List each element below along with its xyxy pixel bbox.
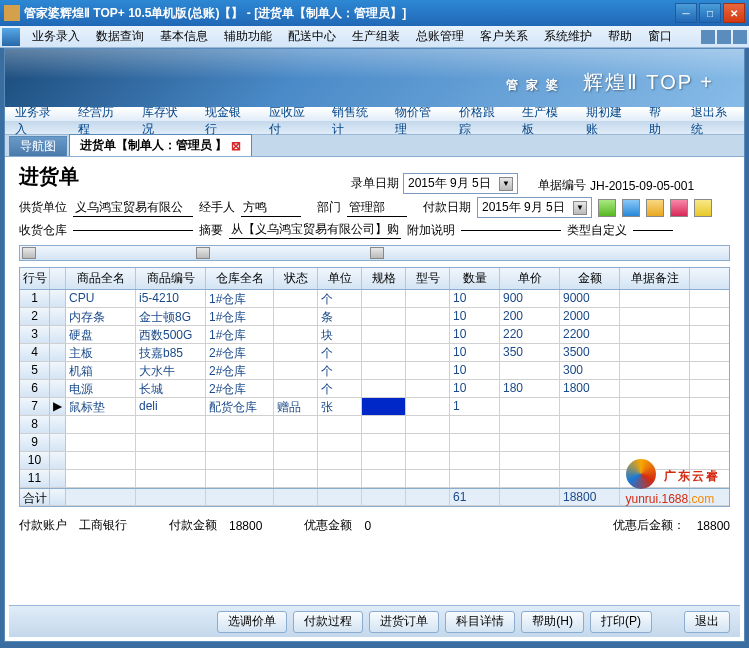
menu-item[interactable]: 客户关系 (472, 26, 536, 47)
table-row[interactable]: 11 (20, 470, 729, 488)
purchase-order-button[interactable]: 进货订单 (369, 611, 439, 633)
dropdown-icon[interactable]: ▼ (573, 201, 587, 215)
menu-item[interactable]: 总账管理 (408, 26, 472, 47)
table-row[interactable]: 8 (20, 416, 729, 434)
col-header[interactable]: 单价 (500, 268, 560, 289)
summary-value[interactable]: 从【义乌鸿宝贸易有限公司】购 (229, 221, 401, 239)
menu-item[interactable]: 基本信息 (152, 26, 216, 47)
col-header[interactable]: 商品全名 (66, 268, 136, 289)
menu-item[interactable]: 配送中心 (280, 26, 344, 47)
data-grid[interactable]: 行号 商品全名 商品编号 仓库全名 状态 单位 规格 型号 数量 单价 金额 单… (19, 267, 730, 507)
help-button[interactable]: 帮助(H) (521, 611, 584, 633)
table-row[interactable]: 2内存条金士顿8G1#仓库条102002000 (20, 308, 729, 326)
scroll-left-icon[interactable] (22, 247, 36, 259)
menu-item[interactable]: 系统维护 (536, 26, 600, 47)
col-header[interactable]: 行号 (20, 268, 50, 289)
menu-item[interactable]: 辅助功能 (216, 26, 280, 47)
table-row[interactable]: 7▶鼠标垫deli配货仓库赠品张1 (20, 398, 729, 416)
col-header[interactable]: 单据备注 (620, 268, 690, 289)
action-icon[interactable] (622, 199, 640, 217)
mdi-restore-icon[interactable] (717, 30, 731, 44)
col-header[interactable]: 规格 (362, 268, 406, 289)
recv-wh-label: 收货仓库 (19, 222, 67, 239)
mdi-close-icon[interactable] (733, 30, 747, 44)
table-row[interactable]: 6电源长城2#仓库个101801800 (20, 380, 729, 398)
menu-item[interactable]: 生产组装 (344, 26, 408, 47)
menu-item[interactable]: 数据查询 (88, 26, 152, 47)
menu-item[interactable]: 窗口 (640, 26, 680, 47)
maximize-button[interactable]: □ (699, 3, 721, 23)
toolbar-button[interactable]: 现金银行 (195, 107, 258, 135)
extra-value[interactable] (461, 230, 561, 231)
action-icon[interactable] (694, 199, 712, 217)
type-value[interactable] (633, 230, 673, 231)
col-header-marker (50, 268, 66, 289)
recv-wh-value[interactable] (73, 230, 193, 231)
toolbar-button[interactable]: 生产模板 (512, 107, 575, 135)
close-button[interactable]: ✕ (723, 3, 745, 23)
handler-value[interactable]: 方鸣 (241, 199, 301, 217)
toolbar-button[interactable]: 期初建账 (576, 107, 639, 135)
exit-button[interactable]: 退出 (684, 611, 730, 633)
toolbar-button[interactable]: 销售统计 (322, 107, 385, 135)
pay-amt-value[interactable]: 18800 (229, 519, 262, 533)
document-title: 进货单 (19, 163, 79, 190)
menu-item[interactable]: 帮助 (600, 26, 640, 47)
col-header[interactable]: 状态 (274, 268, 318, 289)
toolbar-button[interactable]: 经营历程 (68, 107, 131, 135)
title-bar: 管家婆辉煌Ⅱ TOP+ 10.5单机版(总账)【】 - [进货单【制单人：管理员… (0, 0, 749, 26)
dept-label: 部门 (317, 199, 341, 216)
banner-main: 管家婆 (506, 78, 566, 92)
toolbar-button[interactable]: 业务录入 (5, 107, 68, 135)
toolbar-button[interactable]: 库存状况 (132, 107, 195, 135)
table-row[interactable]: 5机箱大水牛2#仓库个10300 (20, 362, 729, 380)
mdi-min-icon[interactable] (701, 30, 715, 44)
handler-label: 经手人 (199, 199, 235, 216)
select-price-button[interactable]: 选调价单 (217, 611, 287, 633)
menu-bar: 业务录入 数据查询 基本信息 辅助功能 配送中心 生产组装 总账管理 客户关系 … (0, 26, 749, 48)
pay-date-field[interactable]: 2015年 9月 5日▼ (477, 197, 592, 218)
dept-value[interactable]: 管理部 (347, 199, 407, 217)
menu-item[interactable]: 业务录入 (24, 26, 88, 47)
total-row: 合计 61 18800 (20, 488, 729, 506)
action-icon[interactable] (670, 199, 688, 217)
table-row[interactable]: 10 (20, 452, 729, 470)
type-label: 类型自定义 (567, 222, 627, 239)
table-row[interactable]: 1CPUi5-42101#仓库个109009000 (20, 290, 729, 308)
toolbar-button[interactable]: 应收应付 (259, 107, 322, 135)
col-header[interactable]: 仓库全名 (206, 268, 274, 289)
toolbar-button[interactable]: 退出系统 (681, 107, 744, 135)
entry-date-field[interactable]: 2015年 9月 5日▼ (403, 173, 518, 194)
table-row[interactable]: 9 (20, 434, 729, 452)
tab-nav[interactable]: 导航图 (9, 136, 67, 156)
pay-acct-value[interactable]: 工商银行 (79, 517, 127, 534)
dropdown-icon[interactable]: ▼ (499, 177, 513, 191)
toolbar-button[interactable]: 物价管理 (385, 107, 448, 135)
col-header[interactable]: 型号 (406, 268, 450, 289)
table-row[interactable]: 4主板技嘉b852#仓库个103503500 (20, 344, 729, 362)
disc-amt-value[interactable]: 0 (364, 519, 371, 533)
supplier-label: 供货单位 (19, 199, 67, 216)
doc-no-value[interactable]: JH-2015-09-05-001 (590, 179, 730, 193)
minimize-button[interactable]: ─ (675, 3, 697, 23)
scroll-right-icon[interactable] (370, 247, 384, 259)
after-disc-label: 优惠后金额： (613, 517, 685, 534)
subject-detail-button[interactable]: 科目详情 (445, 611, 515, 633)
tab-active[interactable]: 进货单【制单人：管理员 】⊠ (69, 134, 252, 156)
scroll-thumb[interactable] (196, 247, 210, 259)
action-icon[interactable] (646, 199, 664, 217)
table-row[interactable]: 3硬盘西数500G1#仓库块102202200 (20, 326, 729, 344)
col-header[interactable]: 商品编号 (136, 268, 206, 289)
button-bar: 选调价单 付款过程 进货订单 科目详情 帮助(H) 打印(P) 退出 (9, 605, 740, 637)
col-header[interactable]: 数量 (450, 268, 500, 289)
supplier-value[interactable]: 义乌鸿宝贸易有限公 (73, 199, 193, 217)
toolbar-button[interactable]: 帮助 (639, 107, 681, 135)
col-header[interactable]: 金额 (560, 268, 620, 289)
toolbar-button[interactable]: 价格跟踪 (449, 107, 512, 135)
col-header[interactable]: 单位 (318, 268, 362, 289)
action-icon[interactable] (598, 199, 616, 217)
payment-process-button[interactable]: 付款过程 (293, 611, 363, 633)
menu-icon (2, 28, 20, 46)
tab-close-icon[interactable]: ⊠ (231, 139, 241, 153)
print-button[interactable]: 打印(P) (590, 611, 652, 633)
